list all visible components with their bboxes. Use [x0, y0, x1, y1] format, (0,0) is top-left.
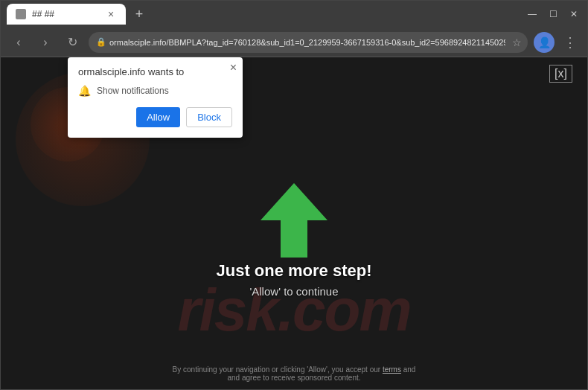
- close-window-button[interactable]: ✕: [566, 7, 581, 22]
- popup-buttons: Allow Block: [78, 107, 232, 127]
- tab-favicon: [16, 9, 26, 19]
- address-bar: ‹ › ↻ 🔒 ☆ 👤 ⋮: [1, 28, 587, 57]
- disclaimer-text: By continuing your navigation or clickin…: [173, 365, 381, 374]
- back-button[interactable]: ‹: [8, 32, 29, 53]
- tab-title: ## ##: [32, 9, 99, 19]
- popup-notification-label: Show notifications: [97, 86, 169, 96]
- notification-popup: × ormalsciple.info wants to 🔔 Show notif…: [68, 57, 243, 138]
- page-close-button[interactable]: [x]: [549, 65, 572, 83]
- title-bar: ## ## × + — ☐ ✕: [1, 1, 587, 28]
- browser-menu-button[interactable]: ⋮: [560, 33, 580, 52]
- address-wrapper: 🔒 ☆: [89, 32, 528, 53]
- page-content: risk.com × ormalsciple.info wants to 🔔 S…: [1, 57, 587, 389]
- block-button[interactable]: Block: [186, 107, 232, 127]
- lock-icon: 🔒: [96, 37, 106, 47]
- browser-tab[interactable]: ## ## ×: [7, 4, 126, 25]
- forward-button[interactable]: ›: [35, 32, 56, 53]
- allow-button[interactable]: Allow: [136, 107, 180, 127]
- popup-title: ormalsciple.info wants to: [78, 66, 232, 77]
- bell-icon: 🔔: [78, 85, 91, 97]
- disclaimer-suffix: and: [403, 365, 416, 374]
- svg-marker-0: [261, 183, 327, 258]
- main-heading: Just one more step!: [216, 261, 371, 281]
- minimize-button[interactable]: —: [525, 7, 540, 22]
- maximize-button[interactable]: ☐: [546, 7, 560, 22]
- center-content: Just one more step! 'Allow' to continue: [216, 179, 371, 298]
- bookmark-icon[interactable]: ☆: [512, 36, 522, 48]
- popup-close-button[interactable]: ×: [230, 62, 237, 74]
- sub-heading: 'Allow' to continue: [249, 285, 338, 298]
- bottom-disclaimer: By continuing your navigation or clickin…: [173, 365, 416, 382]
- arrow-up-icon: [261, 179, 327, 261]
- new-tab-button[interactable]: +: [129, 4, 150, 25]
- window-controls: — ☐ ✕: [525, 7, 581, 22]
- disclaimer-end: and agree to receive sponsored content.: [227, 374, 360, 382]
- profile-button[interactable]: 👤: [534, 32, 555, 53]
- browser-window: ## ## × + — ☐ ✕ ‹ › ↻ 🔒 ☆ 👤 ⋮ risk.com: [0, 0, 588, 390]
- profile-icon: 👤: [538, 36, 551, 48]
- reload-button[interactable]: ↻: [62, 32, 83, 53]
- tab-area: ## ## × +: [7, 4, 522, 25]
- popup-notification-row: 🔔 Show notifications: [78, 85, 232, 97]
- address-input[interactable]: [89, 32, 528, 53]
- disclaimer-link[interactable]: terms: [383, 365, 401, 374]
- tab-close-button[interactable]: ×: [105, 8, 117, 20]
